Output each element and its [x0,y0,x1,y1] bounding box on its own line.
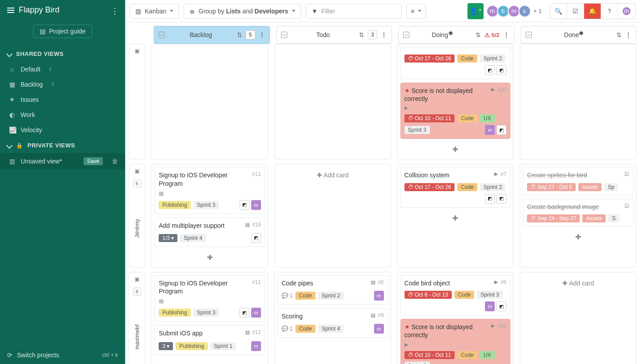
save-view-button[interactable]: Save [84,157,103,165]
chevron-down-icon [6,50,13,57]
assignee-avatar[interactable]: m [485,301,495,311]
column-menu-icon[interactable]: ⋮ [259,31,265,38]
assignee-avatar[interactable]: m [251,308,261,318]
kanban-card[interactable]: Add multiplayer support ▮▮#151/3 ▾Sprint… [155,218,265,247]
sidebar-item-default[interactable]: ⌂Default⇪ [0,62,125,77]
assignee-avatar[interactable]: ◩ [497,125,506,135]
kanban-card[interactable]: Signup to iOS Developer Program#11▮▮Publ… [155,275,265,322]
group-by-dropdown[interactable]: ≣ Group by Lists and Developers [184,4,301,19]
settings-dropdown[interactable]: ≡ [406,4,426,19]
menu-icon[interactable] [7,8,14,13]
member-avatars[interactable]: m b m s + 1 [488,5,542,17]
add-card-button[interactable]: ✚ Add card [278,167,388,183]
column-menu-icon[interactable]: ⋮ [381,31,387,38]
column-menu-icon[interactable]: ⋮ [503,31,509,38]
tag-chip: Sprint 1 [211,342,236,350]
shared-views-header[interactable]: SHARED VIEWS [0,46,125,62]
sidebar-item-velocity[interactable]: 📈Velocity [0,122,125,138]
tasks-button[interactable]: ☑ [567,4,584,19]
sort-icon[interactable]: ⇅ [359,31,364,38]
lane-name: Jérémy [134,193,140,264]
trash-icon[interactable]: 🗑 [112,158,118,165]
kanban-card[interactable]: ⏱ Oct 17 - Oct 26CodeSprint 2◩◩ [400,47,511,79]
collapse-icon[interactable] [281,32,287,38]
swimlane-header[interactable]: ▣5Jérémy [129,164,145,268]
column-header-todo[interactable]: Todo⇅3⋮ [276,26,392,44]
add-card-button[interactable]: ✚ [400,211,511,225]
project-menu-icon[interactable]: ⋮ [111,6,119,16]
kanban-card[interactable]: Scoring ▮▮#9💬 1CodeSprint 4m [278,308,388,338]
switch-projects-button[interactable]: ⟳ Switch projects ctrl + k [0,346,125,364]
kanban-card[interactable]: ⁕ Score is not displayed correctly ▶#20▶… [400,83,511,139]
kanban-card[interactable]: Code bird object ▶#5⏱ Oct 6 - Oct 13Code… [400,275,511,315]
private-views-header[interactable]: 🔒 PRIVATE VIEWS [0,138,125,153]
collapse-icon[interactable] [526,32,532,38]
kanban-card[interactable]: Signup to iOS Developer Program#11▮▮Publ… [155,167,265,213]
date-chip: ⏱ Sep 27 - Oct 5 [527,183,576,191]
assignee-avatar[interactable]: ◩ [240,308,249,318]
view-mode-dropdown[interactable]: ▥ Kanban [130,4,179,19]
tag-chip: Code [457,351,477,359]
assignee-avatar[interactable]: ◩ [485,65,495,75]
sidebar-item-unsaved[interactable]: ▥Unsaved view*Save🗑 [0,153,125,169]
filter-input[interactable]: ▼ Filter [306,4,402,19]
search-button[interactable]: 🔍 [550,4,567,19]
column-header-backlog[interactable]: Backlog⇅5⋮ [154,26,270,44]
sidebar-item-work[interactable]: ◐Work [0,107,125,122]
kanban-card[interactable]: Submit iOS app ▮▮#123 ▾PublishingSprint … [155,325,265,355]
assignee-avatar[interactable]: ◩ [497,194,506,204]
kanban-cell: Create sprites for bird ☑⏱ Sep 27 - Oct … [520,164,636,268]
assignee-avatar[interactable]: ◩ [240,200,249,210]
sidebar-item-backlog[interactable]: ▦Backlog⇪ [0,77,125,92]
assignee-avatar[interactable]: ◩ [497,65,506,75]
card-title: Code bird object [404,279,492,287]
avatar-overflow[interactable]: + 1 [534,8,542,14]
sort-icon[interactable]: ⇅ [616,31,622,38]
assignee-avatar[interactable]: ◩ [251,233,261,243]
add-card-button[interactable]: ✚ [523,230,633,244]
card-id: #12 [252,329,261,335]
add-card-button[interactable]: ✚ Add card [523,275,633,291]
assignee-avatar[interactable]: m [485,125,495,135]
kanban-card[interactable]: Create sprites for bird ☑⏱ Sep 27 - Oct … [523,167,633,195]
collapse-icon[interactable] [159,32,165,38]
sidebar-item-issues[interactable]: ⁕Issues [0,92,125,107]
add-card-button[interactable]: ✚ [155,251,265,264]
user-menu[interactable]: m [618,4,635,19]
kanban-card[interactable]: Code pipes ▮▮#6💬 1CodeSprint 2m [278,275,388,305]
filter-placeholder: Filter [321,8,335,15]
assignee-avatar[interactable]: m [251,341,261,351]
column-header-done[interactable]: Done✱⇅⋮ [521,26,637,44]
swimlane-header[interactable]: ▣8maximebf [129,272,145,364]
assignee-avatar[interactable]: m [374,324,384,334]
add-user-icon: 👤⁺ [469,7,482,15]
kanban-cell: Code pipes ▮▮#6💬 1CodeSprint 2mScoring ▮… [274,272,391,364]
kanban-card[interactable]: Create background image ☑⏱ Sep 24 - Sep … [523,199,633,226]
assignee-avatar[interactable]: m [251,200,261,210]
collapse-icon[interactable] [403,32,409,38]
card-title: Code pipes [282,279,368,287]
column-header-doing[interactable]: Doing✱⇅⚠ 5/2⋮ [398,26,514,44]
tag-chip: Sprint 2 [480,183,505,191]
assignee-avatar[interactable]: m [374,291,384,301]
add-card-button[interactable]: ✚ [400,142,511,156]
avatar: m [622,6,632,16]
sort-icon[interactable]: ⇅ [476,31,481,38]
kanban-card[interactable]: Collision system ▶#7⏱ Oct 17 - Oct 26Cod… [400,167,511,207]
assignee-avatar[interactable]: ◩ [485,194,495,204]
sort-icon[interactable]: ⇅ [237,31,242,38]
help-button[interactable]: ? [601,4,618,19]
swimlane-header[interactable]: ▣ [129,44,145,159]
column-name: Doing✱ [413,31,472,38]
notifications-button[interactable]: 🔔 [584,4,601,19]
column-menu-icon[interactable]: ⋮ [625,31,632,38]
kanban-card[interactable]: ⁕ Score is not displayed correctly ▶#20▶… [400,319,511,364]
avatar[interactable]: s [518,5,531,17]
project-title[interactable]: Flappy Bird [19,5,59,15]
project-guide-button[interactable]: ▤ Project guide [33,25,93,38]
card-title: ⁕ Score is not displayed correctly [404,323,489,339]
assignee-avatar[interactable]: ◩ [497,301,506,311]
play-icon: ▶ [404,342,408,347]
share-icon: ⇪ [51,82,55,88]
add-user-button[interactable]: 👤⁺ [467,3,484,19]
